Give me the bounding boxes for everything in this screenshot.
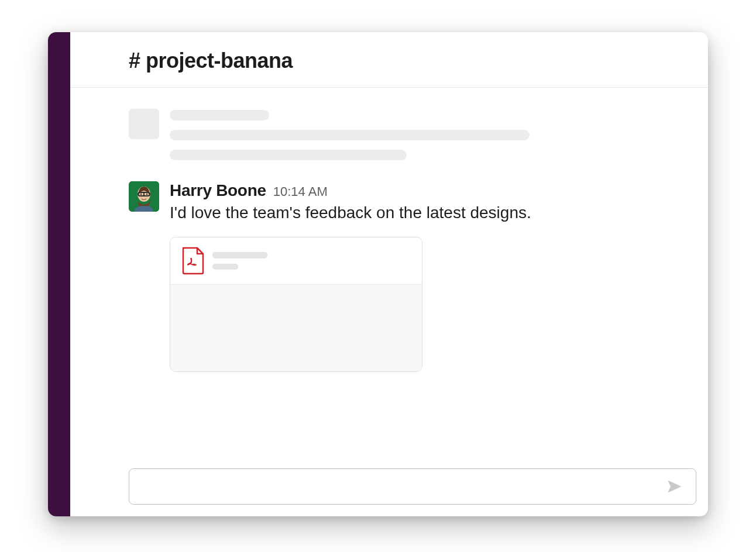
message-text: I'd love the team's feedback on the late… — [170, 201, 685, 224]
svg-point-4 — [140, 194, 142, 195]
channel-prefix: # — [129, 49, 140, 73]
message-header: Harry Boone 10:14 AM — [170, 181, 685, 200]
channel-name[interactable]: # project-banana — [129, 49, 685, 73]
main-content: # project-banana — [70, 32, 708, 516]
avatar[interactable] — [129, 181, 159, 212]
attachment-meta — [212, 252, 411, 270]
message-author[interactable]: Harry Boone — [170, 181, 266, 200]
text-placeholder — [170, 109, 685, 160]
placeholder-line — [170, 110, 269, 120]
attachment-preview — [170, 285, 422, 371]
message-placeholder — [129, 109, 685, 160]
message: Harry Boone 10:14 AM I'd love the team's… — [129, 181, 685, 372]
message-timestamp[interactable]: 10:14 AM — [273, 184, 328, 199]
pdf-icon — [181, 247, 204, 275]
message-body: Harry Boone 10:14 AM I'd love the team's… — [170, 181, 685, 372]
avatar-image — [129, 181, 159, 212]
avatar-placeholder — [129, 109, 159, 139]
channel-name-text: project-banana — [146, 49, 293, 73]
svg-point-5 — [146, 194, 147, 195]
file-attachment[interactable] — [170, 237, 422, 372]
send-icon[interactable] — [666, 478, 683, 495]
sidebar — [48, 32, 70, 516]
message-composer[interactable] — [129, 468, 696, 505]
channel-header: # project-banana — [70, 32, 708, 88]
placeholder-line — [170, 150, 407, 160]
attachment-header — [170, 237, 422, 285]
attachment-size-placeholder — [212, 264, 238, 270]
message-list: Harry Boone 10:14 AM I'd love the team's… — [70, 88, 708, 516]
attachment-name-placeholder — [212, 252, 267, 258]
slack-window: # project-banana — [48, 32, 708, 516]
placeholder-line — [170, 130, 530, 140]
